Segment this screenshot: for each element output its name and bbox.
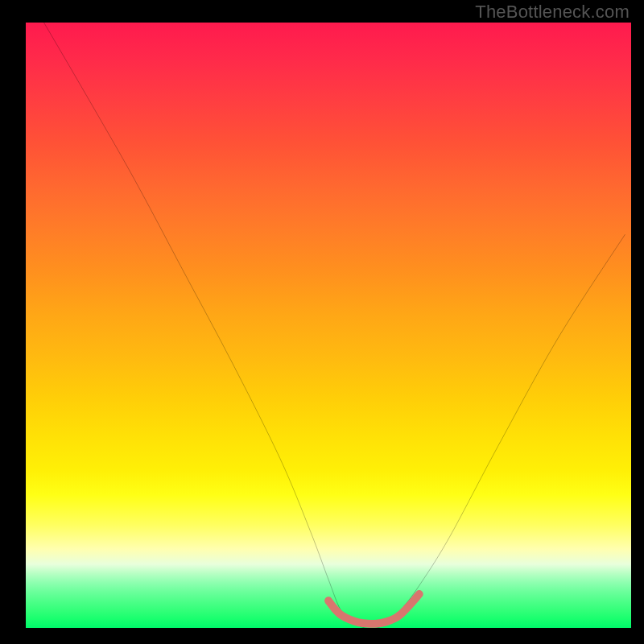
chart-container: TheBottleneck.com [0,0,644,644]
optimal-highlight [328,594,419,624]
watermark-text: TheBottleneck.com [475,2,630,23]
plot-area [26,23,631,628]
chart-svg [26,23,631,628]
bottleneck-curve [44,23,625,628]
